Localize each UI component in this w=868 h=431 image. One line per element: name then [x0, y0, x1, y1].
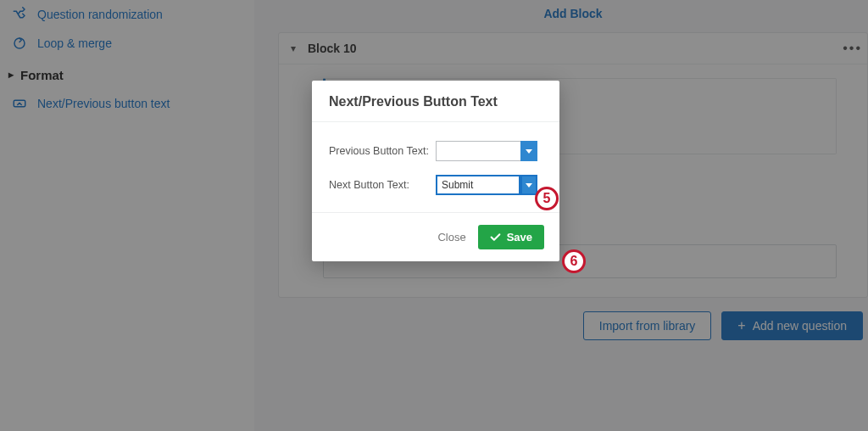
modal-body: Previous Button Text: Next Button Text: [312, 122, 559, 212]
next-button-text-combo [436, 175, 537, 195]
button-label: Save [507, 231, 532, 243]
previous-button-text-label: Previous Button Text: [329, 145, 429, 157]
modal-footer: Close Save [312, 212, 559, 261]
next-button-text-label: Next Button Text: [329, 179, 429, 191]
previous-button-text-combo [436, 141, 537, 161]
svg-marker-3 [526, 183, 532, 188]
close-button[interactable]: Close [437, 231, 465, 243]
previous-button-text-input[interactable] [436, 141, 520, 161]
caret-down-icon [525, 147, 533, 155]
save-button[interactable]: Save [478, 225, 544, 249]
previous-button-text-dropdown[interactable] [520, 141, 537, 161]
step-callout-5: 5 [535, 187, 559, 210]
previous-button-text-row: Previous Button Text: [329, 141, 542, 161]
next-button-text-dropdown[interactable] [520, 175, 537, 195]
step-label: 6 [570, 254, 578, 269]
next-button-text-row: Next Button Text: [329, 175, 542, 195]
modal-title: Next/Previous Button Text [312, 81, 559, 122]
step-label: 5 [543, 191, 551, 206]
check-icon [490, 232, 501, 243]
next-previous-modal: Next/Previous Button Text Previous Butto… [312, 81, 559, 261]
svg-marker-2 [526, 149, 532, 154]
next-button-text-input[interactable] [436, 175, 520, 195]
step-callout-6: 6 [562, 249, 586, 273]
caret-down-icon [525, 181, 533, 189]
